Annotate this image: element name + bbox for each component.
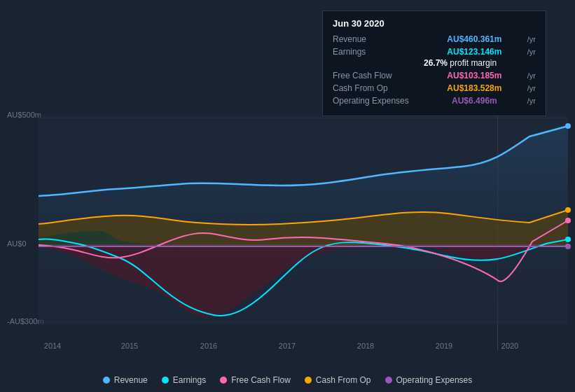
x-label-2016: 2016 [200, 342, 217, 350]
tooltip-revenue-row: Revenue AU$460.361m /yr [333, 34, 536, 44]
legend-earnings[interactable]: Earnings [162, 375, 206, 385]
chart-legend: Revenue Earnings Free Cash Flow Cash Fro… [0, 375, 575, 385]
tooltip-earnings-label: Earnings [333, 47, 424, 57]
tooltip-opex-row: Operating Expenses AU$6.496m /yr [333, 96, 536, 106]
tooltip-opex-value: AU$6.496m [452, 96, 497, 106]
x-label-2017: 2017 [279, 342, 296, 350]
legend-revenue-dot [103, 377, 110, 384]
legend-opex-label: Operating Expenses [396, 375, 473, 385]
legend-revenue-label: Revenue [114, 375, 148, 385]
legend-fcf-dot [220, 377, 227, 384]
earnings-end-dot [565, 237, 571, 242]
x-label-2020: 2020 [501, 342, 518, 350]
tooltip-cashfromop-row: Cash From Op AU$183.528m /yr [333, 83, 536, 93]
tooltip-date: Jun 30 2020 [333, 18, 536, 29]
x-label-2015: 2015 [121, 342, 138, 350]
x-label-2014: 2014 [44, 342, 61, 350]
tooltip-revenue-unit: /yr [527, 35, 536, 43]
legend-earnings-label: Earnings [173, 375, 206, 385]
legend-earnings-dot [162, 377, 169, 384]
x-label-2019: 2019 [436, 342, 452, 350]
tooltip-fcf-row: Free Cash Flow AU$103.185m /yr [333, 71, 536, 80]
tooltip-fcf-unit: /yr [527, 71, 536, 80]
legend-opex[interactable]: Operating Expenses [385, 375, 473, 385]
legend-cashfromop-label: Cash From Op [316, 375, 371, 385]
fcf-end-dot [565, 218, 571, 223]
revenue-end-dot [565, 123, 571, 129]
legend-fcf-label: Free Cash Flow [231, 375, 291, 385]
legend-opex-dot [385, 377, 392, 384]
x-label-2018: 2018 [357, 342, 374, 350]
chart-container: Jun 30 2020 Revenue AU$460.361m /yr Earn… [0, 0, 575, 392]
tooltip-earnings-value: AU$123.146m [447, 47, 501, 57]
tooltip-cashfromop-label: Cash From Op [333, 83, 424, 93]
tooltip-revenue-value: AU$460.361m [447, 34, 501, 44]
tooltip-earnings-unit: /yr [527, 48, 536, 56]
legend-cashfromop[interactable]: Cash From Op [305, 375, 371, 385]
opex-end-dot [565, 244, 571, 249]
cashfromop-end-dot [565, 207, 571, 213]
tooltip-opex-label: Operating Expenses [333, 96, 424, 106]
tooltip-box: Jun 30 2020 Revenue AU$460.361m /yr Earn… [322, 10, 546, 116]
legend-revenue[interactable]: Revenue [103, 375, 148, 385]
tooltip-cashfromop-unit: /yr [527, 84, 536, 92]
tooltip-profit-margin: 26.7% profit margin [424, 58, 536, 68]
tooltip-earnings-row: Earnings AU$123.146m /yr [333, 47, 536, 57]
tooltip-fcf-label: Free Cash Flow [333, 71, 424, 80]
tooltip-opex-unit: /yr [527, 97, 536, 105]
legend-fcf[interactable]: Free Cash Flow [220, 375, 291, 385]
tooltip-revenue-label: Revenue [333, 34, 424, 44]
legend-cashfromop-dot [305, 377, 312, 384]
tooltip-cashfromop-value: AU$183.528m [447, 83, 501, 93]
tooltip-fcf-value: AU$103.185m [447, 71, 501, 80]
